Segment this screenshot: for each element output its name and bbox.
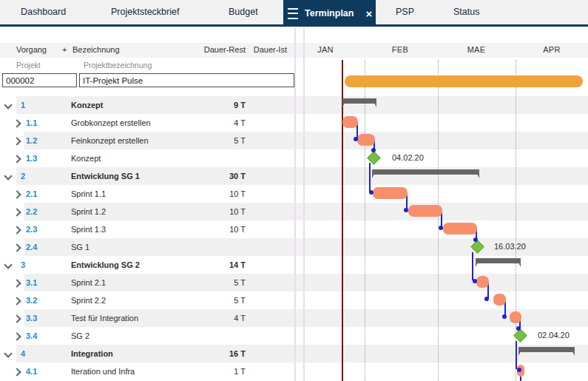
row-number: 1.1	[26, 118, 37, 127]
col-header-vorgang[interactable]: Vorgang	[16, 45, 47, 54]
row-duration-rest: 9 T	[178, 101, 246, 109]
chevron-right-icon[interactable]	[13, 368, 21, 376]
row-duration-rest: 30 T	[178, 172, 246, 181]
month-label-jan: JAN	[317, 45, 334, 54]
row-number: 3.4	[26, 331, 37, 340]
row-duration-rest: 1 T	[178, 367, 246, 376]
chevron-right-icon[interactable]	[13, 190, 21, 198]
projekt-id-input[interactable]	[2, 73, 77, 87]
hamburger-icon[interactable]	[288, 8, 298, 19]
tab-projektsteckbrief[interactable]: Projektsteckbrief	[111, 0, 179, 24]
month-label-mae: MAE	[467, 45, 486, 54]
tab-status[interactable]: Status	[453, 0, 479, 24]
month-label-feb: FEB	[392, 45, 408, 54]
row-name: Sprint 2.1	[71, 278, 106, 287]
chevron-right-icon[interactable]	[13, 279, 21, 287]
row-name: Sprint 1.3	[71, 225, 106, 234]
row-duration-rest: 4 T	[178, 118, 246, 127]
chevron-right-icon[interactable]	[13, 137, 21, 145]
row-duration-rest: 4 T	[178, 314, 246, 323]
row-number: 3.1	[26, 278, 37, 287]
chevron-right-icon[interactable]	[13, 119, 21, 127]
row-name: Entwicklung SG 2	[71, 260, 140, 269]
tab-terminplan[interactable]: Terminplan ×	[283, 0, 376, 27]
chevron-right-icon[interactable]	[13, 208, 21, 216]
row-number: 4.1	[26, 367, 37, 376]
projektbezeichnung-label: Projektbezeichnung	[84, 61, 152, 70]
splitter-line-left[interactable]	[294, 28, 296, 381]
row-name: SG 1	[71, 243, 89, 252]
chevron-right-icon[interactable]	[13, 297, 21, 305]
row-name: Grobkonzept erstellen	[71, 118, 151, 127]
row-number: 1.2	[26, 136, 37, 145]
row-name: Sprint 2.2	[71, 296, 106, 305]
row-name: Iteration und Infra	[71, 367, 135, 376]
close-tab-icon[interactable]: ×	[365, 8, 372, 19]
row-duration-rest: 5 T	[178, 136, 246, 145]
tab-bar: Dashboard Projektsteckbrief Budget Termi…	[0, 0, 588, 27]
row-number: 2.3	[26, 225, 37, 234]
row-duration-rest: 10 T	[178, 189, 246, 198]
tab-psp[interactable]: PSP	[396, 0, 414, 24]
projekt-label: Projekt	[16, 61, 41, 70]
row-name: Konzept	[71, 154, 101, 163]
chevron-down-icon[interactable]	[4, 349, 12, 357]
tab-terminplan-label: Terminplan	[305, 8, 354, 18]
splitter-line-right[interactable]	[303, 28, 305, 381]
row-duration-rest: 5 T	[178, 296, 246, 305]
chevron-right-icon[interactable]	[13, 155, 21, 163]
chevron-right-icon[interactable]	[13, 243, 21, 252]
row-duration-rest: 14 T	[178, 260, 246, 269]
chevron-down-icon[interactable]	[4, 101, 12, 109]
chevron-right-icon[interactable]	[13, 332, 21, 340]
row-name: SG 2	[71, 331, 89, 340]
row-number: 3	[21, 260, 25, 269]
row-duration-rest: 10 T	[178, 225, 246, 234]
chevron-down-icon[interactable]	[4, 172, 12, 180]
row-name: Sprint 1.2	[71, 207, 106, 216]
row-name: Feinkonzept erstellen	[71, 136, 149, 145]
row-name: Konzept	[71, 101, 103, 109]
row-number: 3.3	[26, 314, 37, 323]
row-number: 2	[21, 172, 25, 181]
col-header-dauer-ist[interactable]: Dauer-Ist	[226, 45, 287, 54]
row-name: Integration	[71, 349, 113, 358]
tab-dashboard[interactable]: Dashboard	[21, 0, 66, 24]
chevron-right-icon[interactable]	[13, 226, 21, 234]
row-number: 1.3	[26, 154, 37, 163]
row-name: Test für Integration	[71, 314, 138, 323]
row-name: Entwicklung SG 1	[71, 172, 140, 181]
row-duration-rest: 16 T	[178, 349, 246, 358]
project-bar[interactable]	[345, 75, 583, 87]
row-number: 1	[21, 101, 25, 109]
row-number: 2.4	[26, 243, 37, 252]
col-header-bezeichnung[interactable]: Bezeichnung	[72, 45, 120, 54]
projekt-name-input[interactable]	[79, 73, 294, 87]
row-number: 4	[21, 349, 25, 358]
row-number: 2.1	[26, 189, 37, 198]
terminplan-window: Dashboard Projektsteckbrief Budget Termi…	[0, 0, 588, 381]
chevron-down-icon[interactable]	[4, 260, 12, 269]
tab-budget[interactable]: Budget	[229, 0, 258, 24]
row-name: Sprint 1.1	[71, 189, 106, 198]
row-number: 3.2	[26, 296, 37, 305]
row-stripe	[24, 238, 588, 256]
row-stripe	[24, 203, 588, 220]
row-duration-rest: 10 T	[178, 207, 246, 216]
add-column-button[interactable]: +	[62, 45, 67, 54]
row-number: 2.2	[26, 207, 37, 216]
row-duration-rest: 5 T	[178, 278, 246, 287]
chevron-right-icon[interactable]	[13, 314, 21, 323]
row-stripe	[24, 274, 588, 291]
month-label-apr: APR	[543, 45, 561, 54]
